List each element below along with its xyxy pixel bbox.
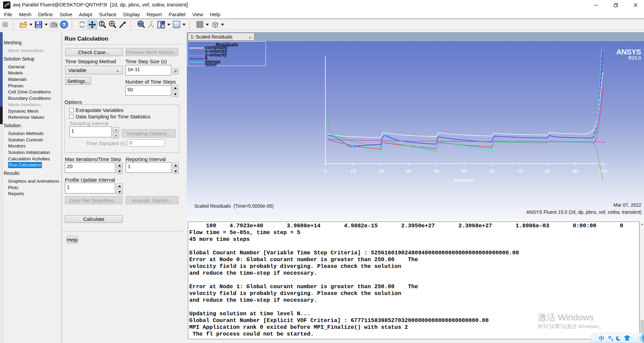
tree-solution[interactable]: Solution <box>3 122 62 129</box>
tree-results[interactable]: Results <box>3 170 62 177</box>
sampling-interval-spin-down[interactable] <box>113 133 119 138</box>
tree-dynamic-mesh[interactable]: Dynamic Mesh <box>3 108 62 115</box>
tree-models[interactable]: Models <box>3 70 62 76</box>
console[interactable]: 100 4.7923e+40 3.9608e+14 4.9882e-15 2.3… <box>188 222 640 339</box>
sampling-interval-input[interactable]: 1 <box>69 127 112 137</box>
menu-report[interactable]: Report <box>143 10 165 18</box>
tree-solution-methods[interactable]: Solution Methods <box>3 131 62 137</box>
profile-update-spin-up[interactable] <box>117 183 123 188</box>
data-sampling-checkbox[interactable] <box>69 114 74 119</box>
tree-solution-controls[interactable]: Solution Controls <box>3 137 62 143</box>
menu-define[interactable]: Define <box>35 10 56 18</box>
title-bar[interactable]: awj Parallel Fluent@DESKTOP-QNTHP3I [2d,… <box>0 0 644 10</box>
tree-scrollbar-thumb[interactable] <box>0 32 3 107</box>
tree-reference-values[interactable]: Reference Values <box>3 114 62 121</box>
time-steps-spin-up[interactable] <box>172 85 178 90</box>
reporting-interval-input[interactable]: 1 <box>126 162 171 173</box>
close-button[interactable] <box>628 0 643 10</box>
number-of-time-steps-input[interactable]: 50 <box>125 85 171 96</box>
time-step-size-input[interactable]: 1e-11 <box>125 65 171 75</box>
tree-materials[interactable]: Materials <box>3 76 62 83</box>
tree-general[interactable]: General <box>3 64 62 70</box>
menu-display[interactable]: Display <box>120 10 143 18</box>
minimize-button[interactable] <box>588 0 604 10</box>
check-case-button[interactable]: Check Case... <box>65 48 123 56</box>
tree-scrollbar-thumb-dark[interactable] <box>0 107 3 124</box>
view-box-icon[interactable] <box>210 20 220 29</box>
view-box-dropdown-arrow[interactable] <box>220 20 225 29</box>
probe-pen-icon[interactable] <box>118 20 128 29</box>
menu-view[interactable]: View <box>189 10 206 18</box>
time-sampled-input[interactable]: 0 <box>127 139 165 146</box>
reporting-interval-spin-down[interactable] <box>173 169 179 174</box>
probe-info-icon[interactable] <box>136 20 146 29</box>
menu-help[interactable]: Help <box>206 10 224 18</box>
save-file-icon[interactable] <box>33 20 44 29</box>
data-file-quantities-button[interactable]: Data File Quantities... <box>65 196 123 204</box>
zoom-in-out-icon[interactable] <box>97 20 107 29</box>
open-file-icon[interactable] <box>18 20 28 29</box>
time-steps-spin-down[interactable] <box>172 92 178 97</box>
preview-mesh-motion-button[interactable]: Preview Mesh Motion... <box>126 48 178 56</box>
reporting-interval-spin-up[interactable] <box>173 163 179 168</box>
arrange-panels-dropdown-arrow[interactable] <box>166 20 171 29</box>
ime-moon-icon[interactable] <box>616 335 622 343</box>
snapshot-icon[interactable] <box>49 20 59 29</box>
zoom-to-area-icon[interactable] <box>107 20 118 29</box>
ime-punctuation-icon[interactable] <box>608 335 614 343</box>
tree-scrollbar[interactable] <box>0 32 3 343</box>
ime-mode-chinese[interactable]: 中 <box>599 335 604 342</box>
tree-plots[interactable]: Plots <box>3 185 62 191</box>
surface-solid-dropdown-arrow[interactable] <box>205 20 210 29</box>
background-style-dropdown-arrow[interactable] <box>181 20 187 29</box>
settings-button[interactable]: Settings... <box>65 77 91 85</box>
mesh-display-icon[interactable] <box>0 20 10 29</box>
tree-solution-initialization[interactable]: Solution Initialization <box>3 150 62 156</box>
menu-parallel[interactable]: Parallel <box>165 10 189 18</box>
tree-calculation-activities[interactable]: Calculation Activities <box>3 156 62 162</box>
tree-run-calculation[interactable]: Run Calculation <box>3 162 62 168</box>
rotate-view-icon[interactable] <box>77 20 87 29</box>
help-icon[interactable]: ? <box>59 20 69 29</box>
pan-view-icon[interactable] <box>87 20 97 29</box>
axes-triad-icon[interactable]: Y <box>146 20 156 29</box>
menu-mesh[interactable]: Mesh <box>16 10 35 18</box>
extrapolate-variables-checkbox[interactable] <box>69 108 74 112</box>
arrange-panels-icon[interactable] <box>156 20 166 29</box>
tree-mesh-interfaces[interactable]: Mesh Interfaces <box>3 102 62 108</box>
max-iterations-spin-up[interactable] <box>117 163 123 168</box>
ime-toolbar[interactable]: 中 <box>591 333 644 343</box>
acoustic-signals-button[interactable]: Acoustic Signals... <box>126 196 179 204</box>
console-scrollbar[interactable]: ▲ <box>640 222 644 339</box>
tree-monitors[interactable]: Monitors <box>3 143 62 150</box>
sampling-interval-spin-up[interactable] <box>113 127 119 132</box>
tree-graphics-and-animations[interactable]: Graphics and Animations <box>3 178 62 185</box>
profile-update-interval-input[interactable]: 1 <box>65 183 115 193</box>
scroll-up-icon[interactable]: ▲ <box>640 223 644 226</box>
max-iterations-spin-down[interactable] <box>117 169 123 174</box>
p-button[interactable]: P <box>173 68 179 74</box>
tree-mesh-generation[interactable]: Mesh Generation <box>3 48 62 54</box>
max-iterations-input[interactable]: 20 <box>65 162 115 173</box>
background-style-icon[interactable] <box>171 20 181 29</box>
menu-file[interactable]: File <box>1 10 16 18</box>
sampling-options-button[interactable]: Sampling Options... <box>122 129 176 138</box>
menu-solve[interactable]: Solve <box>56 10 76 18</box>
tree-reports[interactable]: Reports <box>3 191 62 197</box>
tree-solution-setup[interactable]: Solution Setup <box>3 56 62 62</box>
time-stepping-method-combo[interactable]: Variable ⌄ <box>65 66 123 74</box>
tree-boundary-conditions[interactable]: Boundary Conditions <box>3 95 62 102</box>
save-file-dropdown-arrow[interactable] <box>44 20 49 29</box>
tree-meshing[interactable]: Meshing <box>3 40 62 46</box>
surface-solid-icon[interactable] <box>195 20 205 29</box>
tree-phases[interactable]: Phases <box>3 83 62 89</box>
profile-update-spin-down[interactable] <box>117 189 123 195</box>
calculate-button[interactable]: Calculate <box>65 215 123 223</box>
tree-cell-zone-conditions[interactable]: Cell Zone Conditions <box>3 89 62 95</box>
menu-adapt[interactable]: Adapt <box>76 10 96 18</box>
menu-surface[interactable]: Surface <box>96 10 120 18</box>
restore-button[interactable] <box>608 0 623 10</box>
help-button[interactable]: Help <box>67 236 78 243</box>
open-file-dropdown-arrow[interactable] <box>28 20 33 29</box>
ime-skin-icon[interactable] <box>623 335 631 343</box>
